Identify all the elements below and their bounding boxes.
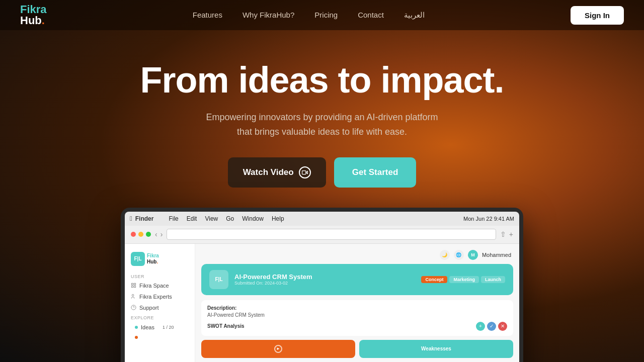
browser-nav: ‹ › <box>155 230 163 238</box>
sidebar-item-fikra-experts[interactable]: Fikra Experts <box>125 291 195 302</box>
nav-features[interactable]: Features <box>193 11 222 19</box>
close-dot[interactable] <box>131 232 136 237</box>
idea-tags: Concept Marketing Launch <box>421 276 505 283</box>
app-logo-icon: F|L <box>131 252 145 266</box>
sidebar-user-section: USER <box>125 272 195 280</box>
user-avatar[interactable]: M <box>468 250 478 260</box>
ideas-dot <box>135 326 138 329</box>
menubar-items: File Edit View Go Window Help <box>169 215 284 222</box>
nav-why[interactable]: Why FikraHub? <box>243 11 294 19</box>
video-camera-icon <box>299 166 311 178</box>
macbook-mockup:  Finder File Edit View Go Window Help M… <box>0 208 644 362</box>
idea-logo: F|L <box>209 270 228 289</box>
tag-concept: Concept <box>421 276 447 283</box>
logo-bottom: Hub. <box>20 15 47 26</box>
svg-rect-3 <box>134 286 135 288</box>
swot-icons: + ✓ ✕ <box>476 322 507 331</box>
app-content: F|L Fikra Hub. USER Fikra Space <box>125 244 519 362</box>
get-started-button[interactable]: Get Started <box>334 157 417 188</box>
app-sidebar: F|L Fikra Hub. USER Fikra Space <box>125 244 195 362</box>
sidebar-item-extra[interactable] <box>125 333 195 341</box>
bottom-card-orange: ► <box>201 340 355 358</box>
watch-video-button[interactable]: Watch Video <box>228 157 326 188</box>
mac-screen: ‹ › ⇧ + F|L <box>125 226 519 362</box>
sidebar-explore-section: EXPLORE <box>125 313 195 321</box>
sidebar-item-ideas[interactable]: Ideas 1 / 20 <box>125 321 195 333</box>
maximize-dot[interactable] <box>146 232 151 237</box>
minimize-dot[interactable] <box>138 232 143 237</box>
tag-launch: Launch <box>481 276 505 283</box>
menubar-left:  Finder <box>130 215 153 222</box>
globe-icon[interactable]: 🌐 <box>454 250 464 260</box>
forward-icon[interactable]: › <box>160 230 163 238</box>
swot-btn-3[interactable]: ✕ <box>498 322 507 331</box>
app-logo-area: F|L Fikra Hub. <box>125 250 195 272</box>
swot-row: SWOT Analysis + ✓ ✕ <box>207 322 507 331</box>
description-value: AI-Powered CRM System <box>207 312 507 318</box>
idea-submitted: Submitted On: 2024-03-02 <box>234 281 415 286</box>
logo-top: Fikra <box>20 4 47 15</box>
svg-rect-2 <box>134 284 135 285</box>
hero-subtext: Empowering innovators by providing an AI… <box>0 110 644 139</box>
hero-heading: From ideas to impact. <box>0 60 644 100</box>
address-bar[interactable] <box>167 229 496 240</box>
nav-links: Features Why FikraHub? Pricing Contact ا… <box>193 11 425 20</box>
bottom-cards: ► Weaknesses <box>201 340 513 358</box>
hero-section: From ideas to impact. Empowering innovat… <box>0 30 644 188</box>
back-icon[interactable]: ‹ <box>155 230 157 238</box>
add-tab-icon[interactable]: + <box>509 230 513 238</box>
app-topbar: 🌙 🌐 M Mohammed <box>201 250 513 260</box>
swot-btn-1[interactable]: + <box>476 322 485 331</box>
mac-menubar:  Finder File Edit View Go Window Help M… <box>125 212 519 226</box>
bottom-card-weaknesses: Weaknesses <box>359 340 513 358</box>
extra-dot <box>135 336 138 339</box>
description-label: Description: <box>207 305 507 311</box>
play-icon[interactable]: ► <box>274 345 282 353</box>
browser-actions: ⇧ + <box>500 230 513 238</box>
weaknesses-label: Weaknesses <box>421 346 451 351</box>
svg-rect-4 <box>131 286 133 288</box>
menubar-time: Mon Jun 22 9:41 AM <box>463 216 514 222</box>
sidebar-item-fikra-space[interactable]: Fikra Space <box>125 280 195 291</box>
macbook-frame:  Finder File Edit View Go Window Help M… <box>121 208 523 362</box>
browser: ‹ › ⇧ + F|L <box>125 226 519 362</box>
tag-marketing: Marketing <box>449 276 479 283</box>
hero-buttons: Watch Video Get Started <box>0 157 644 188</box>
svg-point-5 <box>132 295 134 297</box>
nav-lang[interactable]: العربية <box>404 11 425 19</box>
sign-in-button[interactable]: Sign In <box>571 6 624 25</box>
app-main: 🌙 🌐 M Mohammed F|L AI-Powered CRM System <box>195 244 519 362</box>
sidebar-item-support[interactable]: Support <box>125 302 195 313</box>
swot-btn-2[interactable]: ✓ <box>487 322 496 331</box>
nav-pricing[interactable]: Pricing <box>314 11 338 19</box>
share-icon[interactable]: ⇧ <box>500 230 506 238</box>
logo[interactable]: Fikra Hub. <box>20 4 47 26</box>
svg-rect-0 <box>302 170 306 174</box>
menubar-finder: Finder <box>135 215 154 222</box>
moon-icon[interactable]: 🌙 <box>440 250 450 260</box>
navbar: Fikra Hub. Features Why FikraHub? Pricin… <box>0 0 644 30</box>
swot-label: SWOT Analysis <box>207 323 245 329</box>
idea-card: F|L AI-Powered CRM System Submitted On: … <box>201 264 513 295</box>
idea-card-info: AI-Powered CRM System Submitted On: 2024… <box>234 273 415 286</box>
idea-detail-card: Description: AI-Powered CRM System SWOT … <box>201 300 513 336</box>
browser-toolbar: ‹ › ⇧ + <box>125 226 519 244</box>
nav-contact[interactable]: Contact <box>358 11 384 19</box>
svg-rect-1 <box>131 284 133 285</box>
window-controls <box>131 232 151 237</box>
